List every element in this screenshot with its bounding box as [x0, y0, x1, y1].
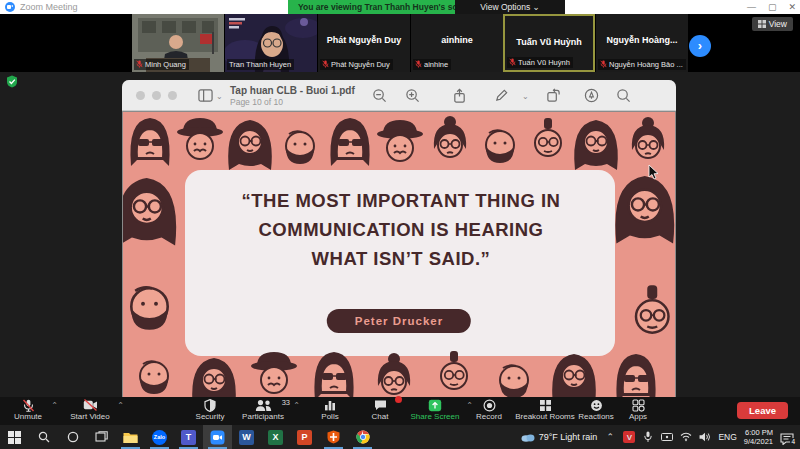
app-title: Zoom Meeting: [20, 2, 78, 12]
start-video-label: Start Video: [62, 412, 118, 421]
rotate-icon[interactable]: [546, 88, 561, 103]
start-button[interactable]: [0, 425, 29, 449]
participant-name: Tuấn Vũ Huỳnh: [518, 58, 570, 67]
unmute-chevron-icon[interactable]: ⌃: [51, 401, 58, 410]
word-button[interactable]: W: [232, 425, 261, 449]
share-icon[interactable]: [452, 88, 467, 103]
muted-mic-icon: [600, 60, 607, 68]
apps-button[interactable]: Apps: [620, 398, 656, 421]
markup-pencil-icon[interactable]: [494, 88, 509, 103]
powerpoint-button[interactable]: P: [290, 425, 319, 449]
tray-mic-icon[interactable]: [642, 431, 654, 443]
zoom-logo-icon: [5, 2, 15, 12]
minimize-window-dot[interactable]: [152, 91, 161, 100]
participant-name: Phát Nguyễn Duy: [331, 60, 390, 69]
taskbar-clock[interactable]: 6:00 PM 9/4/2021: [744, 428, 773, 446]
maximize-button[interactable]: ▢: [768, 0, 777, 14]
apps-label: Apps: [620, 412, 656, 421]
close-button[interactable]: ✕: [788, 0, 796, 14]
zoom-meeting-toolbar: Unmute ⌃ Start Video ⌃ Security: [0, 397, 800, 425]
zoom-out-icon[interactable]: [372, 88, 387, 103]
participant-name-badge: Tuấn Vũ Huỳnh: [507, 57, 573, 69]
muted-mic-icon: [509, 58, 516, 66]
leave-button[interactable]: Leave: [737, 402, 788, 419]
quote-line-3: WHAT ISN’T SAID.”: [189, 244, 613, 273]
search-icon[interactable]: [616, 88, 631, 103]
share-screen-icon: [428, 399, 442, 412]
chat-label: Chat: [362, 412, 398, 421]
volume-icon[interactable]: [699, 431, 711, 443]
video-tile-ainhine[interactable]: ainhine ainhine: [411, 14, 503, 72]
layout-grid-icon: [758, 20, 766, 28]
chat-button[interactable]: Chat: [362, 398, 398, 421]
minimize-button[interactable]: —: [747, 0, 756, 14]
taskbar-search-button[interactable]: [29, 425, 58, 449]
share-screen-label: Share Screen: [404, 412, 466, 421]
unmute-button[interactable]: Unmute ⌃: [4, 398, 52, 421]
tray-pen-tablet-icon[interactable]: [661, 431, 673, 443]
security-shield-icon: [204, 399, 216, 412]
video-tile-phat-nguyen-duy[interactable]: Phát Nguyễn Duy Phát Nguyễn Duy: [318, 14, 410, 72]
share-screen-button[interactable]: Share Screen ⌃: [404, 398, 466, 421]
file-explorer-button[interactable]: [116, 425, 145, 449]
zoom-window-dot[interactable]: [168, 91, 177, 100]
close-window-dot[interactable]: [136, 91, 145, 100]
task-view-button[interactable]: [87, 425, 116, 449]
breakout-rooms-icon: [539, 399, 552, 412]
participant-display-name: Phát Nguyễn Duy: [318, 35, 410, 45]
windows-logo-icon: [8, 431, 21, 444]
teams-button[interactable]: T: [174, 425, 203, 449]
pdf-viewer-window: ⌄ Tap huan CLB - Buoi 1.pdf Page 10 of 1…: [122, 80, 676, 397]
zoom-app-button[interactable]: [203, 425, 232, 449]
view-options-button[interactable]: View Options ⌄: [455, 0, 565, 14]
highlight-pen-icon[interactable]: [584, 88, 599, 103]
participants-button[interactable]: 33 Participants ⌃: [234, 398, 292, 421]
start-video-button[interactable]: Start Video ⌃: [62, 398, 118, 421]
search-icon: [38, 431, 50, 443]
unikey-icon[interactable]: V: [623, 431, 635, 443]
muted-mic-icon: [136, 60, 143, 68]
markup-chevron-icon[interactable]: ⌄: [522, 92, 529, 101]
muted-mic-icon: [322, 60, 329, 68]
participant-display-name: Tuấn Vũ Huỳnh: [505, 37, 593, 47]
participants-icon: [255, 399, 272, 412]
video-tile-minh-quang[interactable]: Minh Quang: [132, 14, 224, 72]
security-button[interactable]: Security: [186, 398, 234, 421]
next-page-participants-button[interactable]: ›: [689, 35, 711, 57]
weather-text: 79°F Light rain: [539, 432, 598, 442]
time-text: 6:00 PM: [744, 428, 773, 437]
chrome-button[interactable]: [348, 425, 377, 449]
sidebar-chevron-icon[interactable]: ⌄: [216, 92, 223, 101]
video-chevron-icon[interactable]: ⌃: [117, 401, 124, 410]
notification-count: 4: [790, 438, 796, 445]
participant-name: ainhine: [424, 60, 448, 69]
tray-expand-chevron-icon[interactable]: ⌃: [604, 431, 616, 443]
date-text: 9/4/2021: [744, 437, 773, 446]
sidebar-toggle-icon[interactable]: [198, 88, 213, 103]
reactions-label: Reactions: [572, 412, 620, 421]
zoom-in-icon[interactable]: [405, 88, 420, 103]
view-layout-button[interactable]: View: [752, 17, 793, 31]
video-tile-tran-thanh-huyen[interactable]: Tran Thanh Huyen: [225, 14, 317, 72]
excel-button[interactable]: X: [261, 425, 290, 449]
wifi-icon[interactable]: [680, 431, 692, 443]
zalo-button[interactable]: Zalo: [145, 425, 174, 449]
cloud-icon: [521, 432, 535, 442]
participants-filmstrip: Minh Quang Tran Thanh Huyen Phát Nguyễn …: [0, 14, 800, 72]
pdf-toolbar: ⌄ Tap huan CLB - Buoi 1.pdf Page 10 of 1…: [122, 80, 676, 111]
record-icon: [483, 399, 496, 412]
breakout-rooms-button[interactable]: Breakout Rooms: [512, 398, 578, 421]
reactions-button[interactable]: Reactions: [572, 398, 620, 421]
cortana-button[interactable]: [58, 425, 87, 449]
weather-widget[interactable]: 79°F Light rain: [521, 432, 598, 442]
antivirus-button[interactable]: [319, 425, 348, 449]
action-center-button[interactable]: 4: [780, 431, 794, 443]
participants-chevron-icon[interactable]: ⌃: [293, 401, 300, 410]
record-button[interactable]: Record: [468, 398, 510, 421]
antivirus-shield-icon: [327, 430, 340, 444]
quote-line-1: “THE MOST IMPORTANT THING IN: [189, 186, 613, 215]
language-indicator[interactable]: ENG: [718, 432, 736, 442]
video-tile-tuan-vu-huynh[interactable]: Tuấn Vũ Huỳnh Tuấn Vũ Huỳnh: [503, 14, 595, 72]
video-tile-nguyen-hoang[interactable]: Nguyễn Hoàng... Nguyễn Hoàng Bảo ...: [596, 14, 688, 72]
polls-button[interactable]: Polls: [312, 398, 348, 421]
